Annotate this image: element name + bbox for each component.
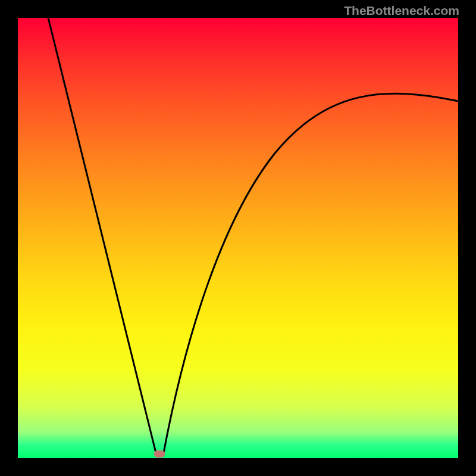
- plot-area: [18, 18, 458, 458]
- curve-left-branch: [48, 18, 156, 453]
- optimum-marker: [154, 450, 165, 458]
- chart-container: TheBottleneck.com: [0, 0, 476, 476]
- bottleneck-curve: [18, 18, 458, 458]
- curve-right-branch: [164, 93, 458, 453]
- watermark-text: TheBottleneck.com: [344, 4, 459, 18]
